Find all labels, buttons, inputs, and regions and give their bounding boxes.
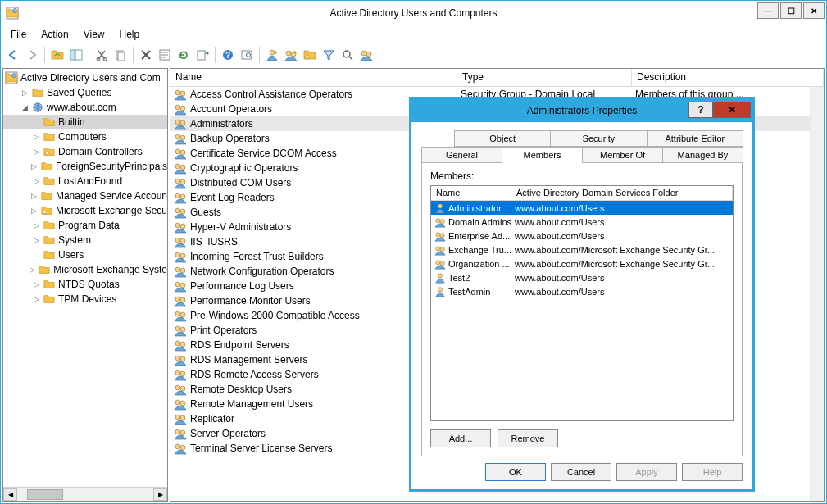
close-button[interactable]: ✕ — [803, 2, 825, 19]
list-vertical-scrollbar[interactable] — [810, 87, 824, 501]
menu-action[interactable]: Action — [34, 27, 75, 42]
member-name: Exchange Tru... — [448, 245, 511, 255]
tree-node[interactable]: ▷Computers — [3, 129, 167, 144]
tree-toggle-icon[interactable]: ▷ — [28, 265, 36, 275]
properties-icon[interactable] — [156, 46, 174, 64]
show-hide-tree-icon[interactable] — [67, 46, 85, 64]
search-icon[interactable] — [339, 46, 357, 64]
tree-toggle-icon[interactable]: ▷ — [31, 147, 41, 157]
member-column-name[interactable]: Name — [431, 186, 511, 200]
new-ou-icon[interactable] — [301, 46, 319, 64]
remove-button[interactable]: Remove — [498, 429, 558, 447]
column-type[interactable]: Type — [457, 69, 632, 86]
member-row[interactable]: Organization ...www.about.com/Microsoft … — [431, 257, 733, 270]
tree-node[interactable]: ▷NTDS Quotas — [3, 277, 167, 292]
ok-button[interactable]: OK — [485, 463, 546, 481]
tree-toggle-icon[interactable]: ▷ — [31, 294, 41, 304]
back-button[interactable] — [4, 46, 22, 64]
menubar: File Action View Help — [1, 25, 826, 43]
tree-toggle-icon[interactable] — [31, 117, 41, 127]
tree-toggle-icon[interactable]: ▷ — [31, 279, 41, 289]
scroll-left-arrow-icon[interactable]: ◀ — [3, 488, 17, 501]
tree-toggle-icon[interactable] — [31, 250, 41, 260]
list-row-name: Distributed COM Users — [190, 177, 291, 188]
folder-icon — [43, 293, 56, 306]
member-row[interactable]: Administratorwww.about.com/Users — [431, 201, 733, 215]
tab-security[interactable]: Security — [550, 130, 647, 147]
dialog-help-bottom-button[interactable]: Help — [682, 463, 743, 481]
tree-node[interactable]: ▷ForeignSecurityPrincipals — [3, 159, 167, 174]
maximize-button[interactable]: ☐ — [780, 2, 802, 19]
scroll-right-arrow-icon[interactable]: ▶ — [153, 488, 167, 501]
cancel-button[interactable]: Cancel — [551, 463, 611, 481]
forward-button[interactable] — [23, 46, 41, 64]
tree-toggle-icon[interactable]: ▷ — [20, 88, 30, 98]
tree-node[interactable]: ▷Program Data — [3, 218, 167, 233]
export-list-icon[interactable] — [193, 46, 211, 64]
tree-node[interactable]: ▷Microsoft Exchange Syste — [3, 262, 167, 277]
dialog-close-button[interactable]: ✕ — [713, 102, 751, 118]
member-row[interactable]: Enterprise Ad...www.about.com/Users — [431, 229, 733, 243]
tree-toggle-icon[interactable]: ▷ — [30, 206, 39, 216]
domain-icon — [31, 101, 44, 114]
menu-help[interactable]: Help — [113, 27, 147, 42]
tree-node[interactable]: ▷Managed Service Accoun — [3, 188, 167, 203]
tree-node[interactable]: ◢www.about.com — [3, 100, 167, 115]
delete-icon[interactable] — [137, 46, 155, 64]
tab-managed-by[interactable]: Managed By — [662, 147, 743, 163]
add-button[interactable]: Add... — [430, 429, 491, 447]
tree-node-label: Saved Queries — [47, 87, 111, 98]
new-user-icon[interactable] — [263, 46, 281, 64]
members-label: Members: — [430, 170, 734, 182]
new-group-icon[interactable] — [282, 46, 300, 64]
tree-node[interactable]: ▷System — [3, 233, 167, 247]
group-icon — [434, 244, 446, 256]
tree-node[interactable]: ▷Saved Queries — [3, 85, 167, 100]
member-row[interactable]: Domain Adminswww.about.com/Users — [431, 215, 733, 229]
menu-file[interactable]: File — [4, 27, 33, 42]
tree-toggle-icon[interactable]: ◢ — [20, 102, 30, 112]
folder-icon — [43, 234, 56, 247]
tree-root[interactable]: Active Directory Users and Com — [3, 70, 167, 85]
member-column-folder[interactable]: Active Directory Domain Services Folder — [511, 186, 733, 200]
cut-icon[interactable] — [93, 46, 111, 64]
help-icon[interactable]: ? — [219, 46, 237, 64]
copy-icon[interactable] — [111, 46, 130, 64]
menu-view[interactable]: View — [77, 27, 111, 42]
scroll-thumb[interactable] — [27, 489, 63, 500]
tree-toggle-icon[interactable]: ▷ — [31, 220, 41, 230]
tree-toggle-icon[interactable]: ▷ — [31, 132, 41, 142]
find-icon[interactable] — [238, 46, 256, 64]
tree-node-label: Program Data — [58, 220, 120, 231]
tab-members[interactable]: Members — [502, 147, 583, 163]
tree-node-label: LostAndFound — [58, 175, 122, 187]
column-description[interactable]: Description — [632, 69, 824, 86]
tab-member-of[interactable]: Member Of — [582, 147, 663, 163]
minimize-button[interactable]: — — [757, 2, 779, 19]
add-to-group-icon[interactable] — [357, 46, 375, 64]
dialog-titlebar[interactable]: Administrators Properties ? ✕ — [411, 99, 752, 122]
tree-node[interactable]: Users — [3, 247, 167, 262]
dialog-help-button[interactable]: ? — [688, 102, 713, 118]
member-row[interactable]: TestAdminwww.about.com/Users — [431, 284, 733, 298]
tree-node[interactable]: Builtin — [3, 115, 167, 129]
tab-attribute-editor[interactable]: Attribute Editor — [647, 130, 743, 147]
column-name[interactable]: Name — [170, 69, 457, 86]
tree-toggle-icon[interactable]: ▷ — [30, 191, 39, 201]
tree-toggle-icon[interactable]: ▷ — [31, 235, 41, 245]
tree-horizontal-scrollbar[interactable]: ◀ ▶ — [3, 487, 167, 501]
member-row[interactable]: Exchange Tru...www.about.com/Microsoft E… — [431, 243, 733, 257]
tree-toggle-icon[interactable]: ▷ — [30, 161, 39, 171]
up-one-level-icon[interactable] — [48, 46, 66, 64]
tree-node[interactable]: ▷Domain Controllers — [3, 144, 167, 159]
apply-button[interactable]: Apply — [616, 463, 677, 481]
member-row[interactable]: Test2www.about.com/Users — [431, 270, 733, 284]
filter-icon[interactable] — [320, 46, 338, 64]
tree-node[interactable]: ▷TPM Devices — [3, 292, 167, 306]
tab-object[interactable]: Object — [454, 130, 551, 147]
tab-general[interactable]: General — [421, 147, 502, 163]
refresh-icon[interactable] — [175, 46, 193, 64]
tree-toggle-icon[interactable]: ▷ — [31, 176, 41, 186]
tree-node[interactable]: ▷Microsoft Exchange Secu — [3, 203, 167, 218]
tree-node[interactable]: ▷LostAndFound — [3, 174, 167, 188]
